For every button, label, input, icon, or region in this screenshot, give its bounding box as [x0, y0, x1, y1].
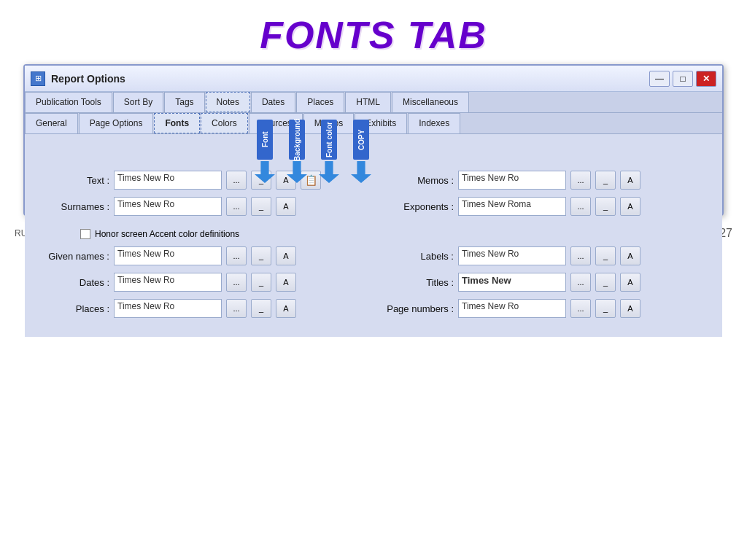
given-names-font-input[interactable]: Times New Ro — [114, 246, 222, 265]
tab-fonts[interactable]: Fonts — [154, 113, 200, 133]
tab-sort-by[interactable]: Sort By — [113, 92, 163, 112]
tab-notes[interactable]: Notes — [206, 92, 250, 112]
page-numbers-label: Page numbers : — [381, 303, 454, 314]
page-numbers-underscore-button[interactable]: _ — [595, 299, 616, 318]
labels-a-button[interactable]: A — [620, 246, 640, 265]
dates-ellipsis-button[interactable]: ... — [226, 273, 247, 292]
given-names-underscore-button[interactable]: _ — [251, 246, 271, 265]
places-label: Places : — [36, 303, 109, 314]
memos-a-button[interactable]: A — [620, 171, 640, 190]
arrow-fontcolor: Font color — [315, 120, 343, 183]
fonts-left-bottom: Given names : Times New Ro ... _ A Dates… — [36, 246, 366, 325]
dates-font-input[interactable]: Times New Ro — [114, 273, 222, 292]
labels-label: Labels : — [381, 251, 454, 262]
labels-ellipsis-button[interactable]: ... — [570, 246, 591, 265]
checkbox-row: Honor screen Accent color definitions — [80, 229, 711, 239]
places-font-row: Places : Times New Ro ... _ A — [36, 299, 366, 318]
tab-publication-tools[interactable]: Publication Tools — [25, 92, 112, 112]
memos-label: Memos : — [381, 175, 454, 186]
dates-a-button[interactable]: A — [276, 273, 296, 292]
arrow-font: Font — [251, 120, 279, 183]
given-names-font-row: Given names : Times New Ro ... _ A — [36, 246, 366, 265]
titles-a-button[interactable]: A — [620, 273, 640, 292]
arrow-font-body — [255, 161, 275, 183]
titles-font-input[interactable]: Times New — [458, 273, 566, 292]
arrow-group: Font Background Font color COPY — [251, 120, 375, 183]
title-bar: ⊞ Report Options — □ ✕ — [25, 66, 722, 92]
dates-underscore-button[interactable]: _ — [251, 273, 271, 292]
arrow-copy-label: COPY — [353, 120, 369, 160]
tab-colors[interactable]: Colors — [201, 113, 248, 133]
places-ellipsis-button[interactable]: ... — [226, 299, 247, 318]
tab-dates[interactable]: Dates — [251, 92, 295, 112]
places-underscore-button[interactable]: _ — [251, 299, 271, 318]
page-numbers-font-input[interactable]: Times New Ro — [458, 299, 566, 318]
arrow-copy-body — [351, 161, 371, 183]
tab-row-1: Publication Tools Sort By Tags Notes Dat… — [25, 92, 722, 113]
given-names-ellipsis-button[interactable]: ... — [226, 246, 247, 265]
arrow-font-label: Font — [257, 120, 273, 160]
surnames-a-button[interactable]: A — [276, 197, 296, 216]
text-font-input[interactable]: Times New Ro — [114, 171, 222, 190]
exponents-underscore-button[interactable]: _ — [595, 197, 616, 216]
page-numbers-font-row: Page numbers : Times New Ro ... _ A — [381, 299, 711, 318]
fonts-bottom-section: Given names : Times New Ro ... _ A Dates… — [36, 246, 711, 325]
titles-ellipsis-button[interactable]: ... — [570, 273, 591, 292]
titles-label: Titles : — [381, 277, 454, 288]
text-label: Text : — [36, 175, 109, 186]
window-title: Report Options — [51, 73, 649, 85]
dates-label: Dates : — [36, 277, 109, 288]
maximize-button[interactable]: □ — [673, 71, 693, 87]
dates-font-row: Dates : Times New Ro ... _ A — [36, 273, 366, 292]
window-controls: — □ ✕ — [649, 71, 716, 87]
surnames-underscore-button[interactable]: _ — [251, 197, 271, 216]
page-title: FONTS TAB — [0, 0, 747, 64]
exponents-font-row: Exponents : Times New Roma ... _ A — [381, 197, 711, 216]
places-a-button[interactable]: A — [276, 299, 296, 318]
arrow-background: Background — [283, 120, 311, 183]
exponents-font-input[interactable]: Times New Roma — [458, 197, 566, 216]
memos-underscore-button[interactable]: _ — [595, 171, 616, 190]
titles-underscore-button[interactable]: _ — [595, 273, 616, 292]
memos-font-input[interactable]: Times New Ro — [458, 171, 566, 190]
tab-page-options[interactable]: Page Options — [79, 113, 154, 133]
tab-general[interactable]: General — [25, 113, 78, 133]
memos-font-row: Memos : Times New Ro ... _ A — [381, 171, 711, 190]
tab-indexes[interactable]: Indexes — [408, 113, 460, 133]
text-ellipsis-button[interactable]: ... — [226, 171, 247, 190]
exponents-label: Exponents : — [381, 201, 454, 212]
arrow-background-body — [287, 161, 307, 183]
arrow-fontcolor-label: Font color — [321, 120, 337, 160]
report-options-window: ⊞ Report Options — □ ✕ Publication Tools… — [23, 64, 724, 216]
tab-places[interactable]: Places — [296, 92, 344, 112]
tab-html[interactable]: HTML — [345, 92, 391, 112]
exponents-a-button[interactable]: A — [620, 197, 640, 216]
exponents-ellipsis-button[interactable]: ... — [570, 197, 591, 216]
window-icon: ⊞ — [31, 71, 45, 86]
arrow-fontcolor-body — [319, 161, 339, 183]
surnames-label: Surnames : — [36, 201, 109, 212]
given-names-a-button[interactable]: A — [276, 246, 296, 265]
tab-tags[interactable]: Tags — [164, 92, 204, 112]
arrow-annotations: Font Background Font color COPY — [25, 134, 722, 214]
close-button[interactable]: ✕ — [696, 71, 716, 87]
minimize-button[interactable]: — — [649, 71, 670, 87]
labels-font-input[interactable]: Times New Ro — [458, 246, 566, 265]
surnames-font-input[interactable]: Times New Ro — [114, 197, 222, 216]
titles-font-row: Titles : Times New ... _ A — [381, 273, 711, 292]
accent-color-label: Honor screen Accent color definitions — [95, 229, 239, 239]
page-numbers-a-button[interactable]: A — [620, 299, 640, 318]
surnames-font-row: Surnames : Times New Ro ... _ A — [36, 197, 366, 216]
tab-miscellaneous[interactable]: Miscellaneous — [392, 92, 469, 112]
memos-ellipsis-button[interactable]: ... — [570, 171, 591, 190]
arrow-copy: COPY — [347, 120, 375, 183]
places-font-input[interactable]: Times New Ro — [114, 299, 222, 318]
arrow-background-label: Background — [289, 120, 305, 160]
page-numbers-ellipsis-button[interactable]: ... — [570, 299, 591, 318]
labels-underscore-button[interactable]: _ — [595, 246, 616, 265]
surnames-ellipsis-button[interactable]: ... — [226, 197, 247, 216]
accent-color-checkbox[interactable] — [80, 229, 90, 239]
labels-font-row: Labels : Times New Ro ... _ A — [381, 246, 711, 265]
fonts-right-bottom: Labels : Times New Ro ... _ A Titles : T… — [381, 246, 711, 325]
given-names-label: Given names : — [36, 251, 109, 262]
